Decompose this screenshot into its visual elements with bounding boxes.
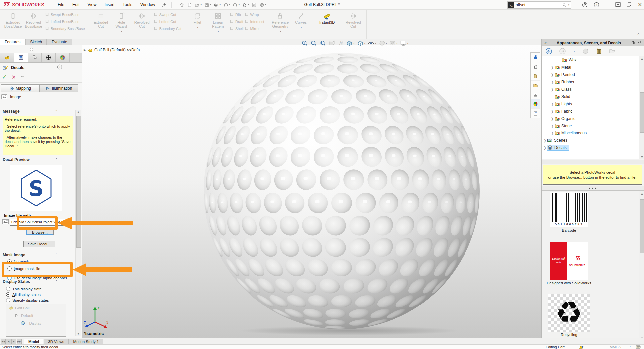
dropdown-icon[interactable]: ▾: [229, 3, 230, 6]
radio-icon[interactable]: [6, 298, 10, 302]
doc-tab-model[interactable]: Model: [24, 339, 43, 345]
tab-configuration-manager[interactable]: [28, 53, 42, 62]
pane-splitter-handle[interactable]: ▲▲▲: [542, 186, 644, 191]
gear-icon[interactable]: [631, 41, 636, 45]
dropdown-icon[interactable]: ▾: [386, 42, 387, 44]
ribbon-button-revolved-cut[interactable]: Revolved Cut: [132, 11, 152, 36]
mask-image-section-header[interactable]: Mask Image: [3, 253, 25, 257]
help-icon[interactable]: ?: [594, 2, 599, 8]
gallery-scrollbar-thumb[interactable]: [640, 199, 644, 253]
radio-icon[interactable]: [6, 287, 10, 291]
open-button[interactable]: ▾: [193, 2, 203, 7]
expand-icon[interactable]: ❯: [550, 131, 554, 135]
dropdown-icon[interactable]: ▾: [200, 3, 202, 6]
new-document-button[interactable]: [186, 2, 193, 7]
appearance-tree-item-wax[interactable]: Wax: [542, 56, 639, 64]
scroll-up-icon[interactable]: ▲: [639, 57, 644, 60]
undo-button[interactable]: ▾: [222, 2, 232, 7]
tree-scrollbar-thumb[interactable]: [640, 92, 644, 133]
display-state-node[interactable]: Default: [6, 312, 66, 319]
ribbon-button-lofted-cut[interactable]: Lofted Cut: [154, 18, 181, 25]
appearance-tree-item-stone[interactable]: ❯Stone: [542, 122, 639, 130]
ribbon-button-draft[interactable]: Draft: [230, 18, 243, 25]
ribbon-button-swept-cut[interactable]: Swept Cut: [154, 11, 181, 18]
ribbon-collapse-icon[interactable]: ^: [638, 33, 639, 37]
expand-icon[interactable]: ❯: [550, 117, 554, 121]
pin-icon[interactable]: [21, 75, 26, 79]
last-tab-button[interactable]: ▶▶: [17, 339, 22, 344]
decal-thumb-recycling[interactable]: ♻: [548, 294, 590, 332]
tab-illumination[interactable]: Illumination: [39, 84, 78, 92]
collapse-icon[interactable]: ⌃: [55, 253, 58, 257]
account-icon[interactable]: [582, 2, 588, 8]
scroll-down-icon[interactable]: ▼: [76, 332, 81, 335]
dropdown-icon[interactable]: ▾: [238, 3, 240, 6]
ribbon-button-shell[interactable]: Shell: [230, 25, 243, 32]
tree-scrollbar[interactable]: ▲ ▼: [639, 56, 644, 159]
ribbon-button-boundary-cut[interactable]: Boundary Cut: [154, 25, 181, 32]
dynamic-annotation-views-button[interactable]: A: [337, 40, 344, 46]
ribbon-button-wrap[interactable]: Wrap: [245, 11, 264, 18]
search-box[interactable]: >_ offset ▾: [507, 1, 571, 9]
zoom-to-fit-button[interactable]: [301, 40, 308, 46]
appearance-tree-item-scenes[interactable]: ❯Scenes: [542, 137, 639, 144]
redo-button[interactable]: ▾: [231, 2, 241, 7]
appearance-tree-item-fabric[interactable]: ❯Fabric: [542, 108, 639, 115]
menu-file[interactable]: File: [54, 2, 68, 7]
scroll-down-icon[interactable]: ▼: [639, 155, 644, 159]
apply-scene-button[interactable]: ▾: [389, 40, 398, 46]
pin-menu-icon[interactable]: [162, 3, 166, 7]
menu-edit[interactable]: Edit: [68, 2, 84, 7]
ribbon-button-curves[interactable]: Curves▾: [291, 11, 311, 36]
zoom-to-area-button[interactable]: [310, 40, 317, 46]
pin-icon[interactable]: [638, 41, 642, 45]
gallery-scrollbar[interactable]: ▲ ▼: [639, 191, 644, 341]
collapse-icon[interactable]: ⌃: [55, 158, 58, 161]
appearance-tree-item-miscellaneous[interactable]: ❯Miscellaneous: [542, 130, 639, 137]
collapse-icon[interactable]: ⌃: [55, 109, 58, 113]
menu-view[interactable]: View: [84, 2, 101, 7]
ribbon-button-hole-wizard[interactable]: Hole Wizard▾: [111, 11, 132, 36]
task-tab-appearances[interactable]: [531, 99, 540, 109]
task-tab-file-explorer[interactable]: [531, 81, 540, 90]
search-dropdown-icon[interactable]: ▾: [568, 4, 569, 6]
expand-icon[interactable]: ❯: [550, 73, 554, 77]
dropdown-icon[interactable]: ▾: [219, 3, 221, 6]
task-tab-resources[interactable]: [531, 62, 540, 71]
menu-window[interactable]: Window: [136, 2, 159, 7]
appearance-tree-item-glass[interactable]: ❯Glass: [542, 86, 639, 93]
tab-sketch[interactable]: Sketch: [25, 39, 47, 45]
print-button[interactable]: ▾: [212, 2, 222, 7]
options-button[interactable]: ▾: [258, 2, 268, 7]
dropdown-icon[interactable]: ▾: [210, 3, 211, 6]
decal-thumb-designed[interactable]: Designed with SOLIDWORKS: [550, 242, 588, 280]
display-states-section-header[interactable]: Display States: [3, 279, 30, 284]
prev-tab-button[interactable]: ◀: [6, 339, 11, 344]
help-icon[interactable]: ?: [57, 64, 62, 70]
home-button[interactable]: [178, 2, 186, 7]
tab-property-manager[interactable]: [14, 53, 28, 62]
appearance-tree-item-painted[interactable]: ❯Painted: [542, 71, 639, 78]
ribbon-button-rib[interactable]: Rib: [230, 11, 243, 18]
dropdown-icon[interactable]: ▾: [301, 25, 302, 29]
cancel-button[interactable]: ✕: [11, 74, 16, 80]
appearance-tree-item-decals[interactable]: ❯Decals: [542, 144, 639, 151]
file-properties-button[interactable]: [250, 2, 258, 7]
browse-button[interactable]: Browse...: [26, 229, 54, 235]
forward-icon[interactable]: [559, 48, 566, 54]
expand-icon[interactable]: ❯: [550, 124, 554, 128]
ribbon-button-extruded-cut[interactable]: Extruded Cut: [91, 11, 111, 36]
part-name[interactable]: Golf Ball (Default) <<Defa...: [94, 48, 143, 52]
appearance-tree-item-lights[interactable]: ❯Lights: [542, 100, 639, 108]
ribbon-button-revolved-cut[interactable]: Revolved Cut: [343, 11, 364, 36]
tab-evaluate[interactable]: Evaluate: [47, 39, 72, 45]
previous-view-button[interactable]: [319, 40, 326, 46]
task-tab-view-palette[interactable]: [531, 90, 540, 99]
tab-features[interactable]: Features: [0, 39, 25, 45]
tab-mapping[interactable]: Mapping: [1, 84, 39, 92]
ribbon-button-fillet[interactable]: Fillet▾: [187, 11, 208, 36]
tab-display-manager[interactable]: [56, 53, 70, 62]
ribbon-button-linear-pattern[interactable]: Linear Pattern▾: [208, 11, 228, 36]
decal-preview-section-header[interactable]: Decal Preview: [3, 157, 30, 162]
search-icon[interactable]: [562, 3, 567, 7]
